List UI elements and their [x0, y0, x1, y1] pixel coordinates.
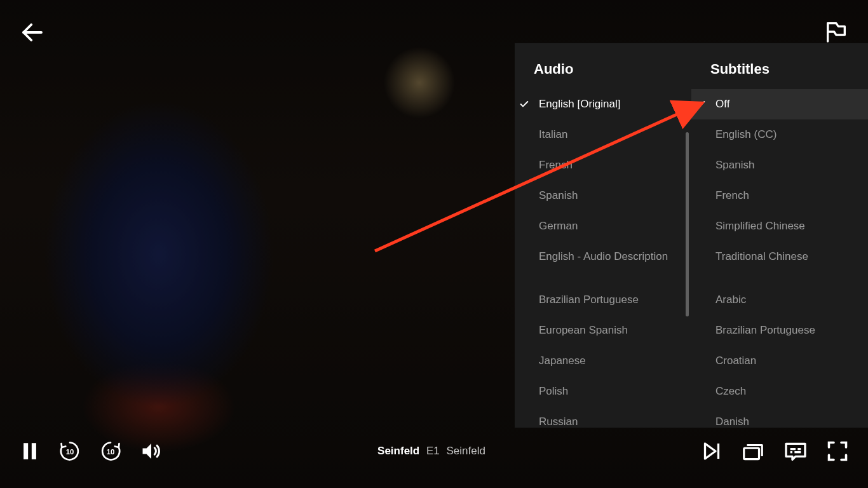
- pause-icon: [19, 440, 41, 462]
- back-arrow-icon: [19, 19, 46, 46]
- episode-number: E1: [426, 445, 440, 457]
- audio-option[interactable]: Spanish: [515, 180, 691, 211]
- audio-option-label: Russian: [539, 416, 578, 428]
- subtitle-option-label: Off: [715, 98, 729, 111]
- flag-icon: [824, 19, 849, 44]
- check-icon: [519, 98, 530, 110]
- volume-icon: [140, 440, 163, 463]
- subtitles-column: Subtitles OffEnglish (CC)SpanishFrenchSi…: [691, 43, 868, 428]
- audio-option-label: Polish: [539, 385, 568, 398]
- next-episode-icon: [700, 440, 723, 463]
- subtitle-option[interactable]: Brazilian Portuguese: [691, 315, 868, 346]
- audio-option[interactable]: English - Audio Description: [515, 241, 691, 272]
- subtitle-option[interactable]: Czech: [691, 376, 868, 407]
- subtitles-button[interactable]: [783, 438, 808, 464]
- audio-option-label: German: [539, 220, 578, 233]
- audio-option-label: English - Audio Description: [539, 250, 668, 263]
- subtitle-option-label: Croatian: [715, 355, 756, 367]
- subtitle-option[interactable]: Simplified Chinese: [691, 211, 868, 241]
- audio-option-label: Italian: [539, 128, 567, 141]
- audio-option-label: European Spanish: [539, 324, 628, 337]
- scrollbar-thumb[interactable]: [686, 132, 689, 316]
- subtitle-option-label: Czech: [715, 385, 746, 398]
- svg-marker-6: [143, 444, 152, 459]
- subtitle-option[interactable]: Arabic: [691, 285, 868, 315]
- volume-button[interactable]: [140, 440, 163, 463]
- audio-option[interactable]: Polish: [515, 376, 691, 407]
- audio-option[interactable]: European Spanish: [515, 315, 691, 346]
- audio-option-label: French: [539, 159, 573, 172]
- check-icon: [695, 98, 707, 110]
- subtitle-option[interactable]: Off: [691, 89, 868, 119]
- svg-text:10: 10: [66, 448, 74, 456]
- audio-option[interactable]: Russian: [515, 407, 691, 428]
- audio-option-label: English [Original]: [539, 98, 621, 111]
- audio-option[interactable]: Brazilian Portuguese: [515, 285, 691, 315]
- pause-button[interactable]: [19, 440, 41, 462]
- audio-option[interactable]: German: [515, 211, 691, 241]
- subtitle-option-label: Danish: [715, 416, 749, 428]
- show-title: Seinfeld: [377, 445, 419, 457]
- audio-option[interactable]: English [Original]: [515, 89, 691, 119]
- audio-scrollbar[interactable]: [686, 132, 689, 428]
- subtitle-option-label: Spanish: [715, 159, 754, 172]
- subtitle-option-label: Simplified Chinese: [715, 220, 805, 233]
- rewind-10-button[interactable]: 10: [58, 440, 81, 463]
- subtitle-option[interactable]: Danish: [691, 407, 868, 428]
- forward-10-button[interactable]: 10: [99, 440, 122, 463]
- subtitles-options-list: OffEnglish (CC)SpanishFrenchSimplified C…: [691, 89, 868, 428]
- forward-10-icon: 10: [99, 440, 122, 463]
- video-player-viewport: Audio English [Original]ItalianFrenchSpa…: [0, 0, 868, 488]
- subtitle-option[interactable]: Spanish: [691, 150, 868, 180]
- audio-subtitles-panel: Audio English [Original]ItalianFrenchSpa…: [515, 43, 868, 428]
- episodes-icon: [741, 439, 765, 463]
- audio-header: Audio: [515, 43, 691, 89]
- audio-option[interactable]: French: [515, 150, 691, 180]
- episodes-button[interactable]: [741, 439, 765, 463]
- audio-option[interactable]: Italian: [515, 119, 691, 150]
- subtitle-option-label: Traditional Chinese: [715, 250, 808, 263]
- svg-rect-3: [32, 443, 36, 459]
- subtitle-option[interactable]: English (CC): [691, 119, 868, 150]
- subtitle-option-label: French: [715, 189, 749, 202]
- back-button[interactable]: [19, 19, 46, 46]
- flag-button[interactable]: [824, 19, 849, 44]
- playback-title: Seinfeld E1 Seinfeld: [163, 445, 700, 458]
- fullscreen-icon: [826, 440, 849, 463]
- subtitles-icon: [783, 438, 808, 464]
- svg-marker-7: [705, 444, 716, 459]
- subtitle-option[interactable]: Traditional Chinese: [691, 241, 868, 272]
- audio-option-label: Brazilian Portuguese: [539, 294, 639, 306]
- fullscreen-button[interactable]: [826, 440, 849, 463]
- audio-option[interactable]: Japanese: [515, 346, 691, 376]
- svg-rect-9: [744, 448, 759, 459]
- next-episode-button[interactable]: [700, 440, 723, 463]
- subtitles-header: Subtitles: [691, 43, 868, 89]
- audio-option-label: Spanish: [539, 189, 578, 202]
- audio-option-label: Japanese: [539, 355, 586, 367]
- episode-name: Seinfeld: [446, 445, 485, 457]
- svg-text:10: 10: [107, 448, 115, 456]
- subtitle-option-label: English (CC): [715, 128, 776, 141]
- audio-options-list: English [Original]ItalianFrenchSpanishGe…: [515, 89, 691, 428]
- subtitle-option-label: Brazilian Portuguese: [715, 324, 815, 337]
- audio-column: Audio English [Original]ItalianFrenchSpa…: [515, 43, 691, 428]
- subtitle-option[interactable]: French: [691, 180, 868, 211]
- svg-rect-2: [24, 443, 28, 459]
- subtitle-option-label: Arabic: [715, 294, 746, 306]
- player-controls-bar: 10 10 Seinfeld E1 Seinfeld: [0, 432, 868, 470]
- subtitle-option[interactable]: Croatian: [691, 346, 868, 376]
- rewind-10-icon: 10: [58, 440, 81, 463]
